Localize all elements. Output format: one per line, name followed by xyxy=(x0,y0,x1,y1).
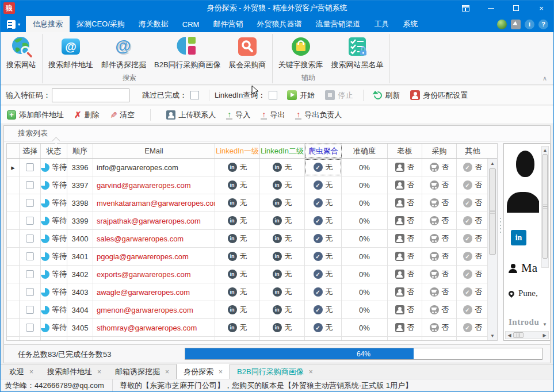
add-email-button[interactable]: +添加邮件地址 xyxy=(7,110,64,120)
bottom-tab-欢迎[interactable]: 欢迎× xyxy=(2,364,40,379)
menu-item-CRM[interactable]: CRM xyxy=(175,16,207,32)
menu-item-流量营销渠道[interactable]: 流量营销渠道 xyxy=(308,16,367,32)
scroll-down-icon[interactable]: ▼ xyxy=(488,331,497,340)
column-header-other[interactable]: 其他 xyxy=(457,144,488,158)
bottom-tab-搜索邮件地址[interactable]: 搜索邮件地址× xyxy=(40,364,108,379)
info-icon[interactable]: i xyxy=(525,20,534,29)
scroll-left-icon[interactable]: ◀ xyxy=(506,333,513,338)
column-header-accuracy[interactable]: 准确度 xyxy=(342,144,388,158)
column-header-status[interactable]: 状态 xyxy=(41,144,67,158)
scrollbar-thumb[interactable] xyxy=(542,154,548,259)
ribbon-button-b2b-profile[interactable]: B2B同行采购商画像 xyxy=(150,34,225,71)
linkedin-icon[interactable]: in xyxy=(511,230,526,245)
column-header-purchase[interactable]: 采购 xyxy=(422,144,457,158)
menu-item-系统[interactable]: 系统 xyxy=(396,16,425,32)
table-row[interactable]: 等待3401pgogia@garwareropes.comin无in无✓无0%否… xyxy=(7,248,497,266)
refresh-button[interactable]: 刷新 xyxy=(374,90,400,101)
row-checkbox[interactable] xyxy=(26,235,34,243)
feedback-icon[interactable] xyxy=(511,20,521,29)
column-header-linkedin2[interactable]: LinkedIn二级 xyxy=(260,144,305,158)
upload-contacts-button[interactable]: 上传联系人 xyxy=(166,110,216,120)
menu-item-邮件营销[interactable]: 邮件营销 xyxy=(206,16,250,32)
table-row[interactable]: 等待3400sales@garwareropes.comin无in无✓无0%否否… xyxy=(7,230,497,248)
help-icon[interactable]: ? xyxy=(538,20,548,29)
bottom-tab-邮箱诱探挖掘[interactable]: 邮箱诱探挖掘× xyxy=(108,364,176,379)
row-checkbox[interactable] xyxy=(26,181,34,189)
export-owner-button[interactable]: ↑导出负责人 xyxy=(295,110,342,120)
table-row[interactable]: 等待3402exports@garwareropes.comin无in无✓无0%… xyxy=(7,266,497,283)
table-row[interactable]: 等待3398mvenkataraman@garwareropes.comin无i… xyxy=(7,194,497,212)
caret-down-icon[interactable]: ▼ xyxy=(542,322,547,327)
detail-horizontal-scrollbar[interactable]: ◀ ▶ xyxy=(505,331,549,339)
stop-button[interactable]: 停止 xyxy=(325,90,353,101)
row-checkbox[interactable] xyxy=(26,163,34,171)
row-checkbox[interactable] xyxy=(26,199,34,207)
feature-code-input[interactable] xyxy=(52,89,129,102)
delete-button[interactable]: ✗删除 xyxy=(74,110,100,120)
ribbon-button-keyword-library[interactable]: 关键字搜索库 xyxy=(274,34,327,71)
table-row[interactable]: 等待3404gmenon@garwareropes.comin无in无✓无0%否… xyxy=(7,301,497,319)
close-button[interactable]: × xyxy=(529,0,554,16)
export-button[interactable]: ↑导出 xyxy=(261,110,285,120)
ribbon-button-email-mining[interactable]: @@ 邮件诱探挖掘 xyxy=(97,34,150,71)
close-tab-icon[interactable]: × xyxy=(97,368,101,376)
menu-item-外贸狼兵器谱[interactable]: 外贸狼兵器谱 xyxy=(250,16,308,32)
column-header-select[interactable]: 选择 xyxy=(20,144,41,158)
scroll-up-icon[interactable]: ▲ xyxy=(488,159,497,168)
row-checkbox[interactable] xyxy=(26,324,34,332)
column-header-crawler[interactable]: 爬虫聚合 xyxy=(305,144,342,158)
row-checkbox[interactable] xyxy=(26,270,34,278)
ribbon-button-search-email[interactable]: @ 搜索邮件地址 xyxy=(44,34,97,71)
table-row[interactable]: ▸等待3396info@garwareropes.comin无in无✓无0%否否… xyxy=(7,159,497,176)
ribbon-collapse-button[interactable]: ∧ xyxy=(542,75,547,82)
skip-completed-checkbox[interactable] xyxy=(190,91,199,99)
table-row[interactable]: 等待3403awagle@garwareropes.comin无in无✓无0%否… xyxy=(7,283,497,301)
table-row[interactable]: 等待in无in无✓无0%否否✓否 xyxy=(7,337,497,340)
column-header-email[interactable]: EMail xyxy=(93,144,215,158)
bottom-tab-身份探索[interactable]: 身份探索× xyxy=(176,364,230,379)
table-row[interactable]: 等待3405sthomray@garwareropes.comin无in无✓无0… xyxy=(7,319,497,337)
ribbon-button-site-blacklist[interactable]: 搜索网站黑名单 xyxy=(327,34,388,71)
bottom-tab-B2B同行采购商画像[interactable]: B2B同行采购商画像× xyxy=(230,364,320,379)
row-checkbox[interactable] xyxy=(26,217,34,225)
clear-button[interactable]: ✎清空 xyxy=(110,110,135,120)
import-button[interactable]: ↑导入 xyxy=(226,110,250,120)
ribbon-button-search-website[interactable]: 搜索网站 xyxy=(2,34,40,71)
panel-splitter-handle[interactable] xyxy=(499,218,502,239)
table-row[interactable]: 等待3397garvind@garwareropes.comin无in无✓无0%… xyxy=(7,176,497,194)
close-tab-icon[interactable]: × xyxy=(29,368,33,376)
start-button[interactable]: 开始 xyxy=(287,90,315,101)
pin-top-button[interactable] xyxy=(453,0,478,16)
theme-icon[interactable] xyxy=(497,20,507,29)
linkedin2-value: 无 xyxy=(285,198,292,208)
search-list-tab[interactable]: 搜索列表 xyxy=(18,128,48,139)
scroll-up-icon[interactable]: ▲ xyxy=(542,147,548,153)
maximize-button[interactable] xyxy=(503,0,529,16)
row-checkbox[interactable] xyxy=(26,288,34,296)
menu-item-海关数据[interactable]: 海关数据 xyxy=(132,16,175,32)
scroll-right-icon[interactable]: ▶ xyxy=(541,333,548,338)
linkedin-query-checkbox[interactable] xyxy=(269,91,277,99)
menu-toggle-button[interactable]: ▾ xyxy=(0,16,26,32)
scrollbar-thumb[interactable] xyxy=(489,168,496,255)
close-tab-icon[interactable]: × xyxy=(219,368,223,376)
linkedin-badge-icon: in xyxy=(273,216,282,225)
table-row[interactable]: 等待3399srajpathak@garwareropes.comin无in无✓… xyxy=(7,212,497,230)
column-header-boss[interactable]: 老板 xyxy=(388,144,422,158)
row-checkbox[interactable] xyxy=(26,252,34,260)
menu-item-探测CEO/采购[interactable]: 探测CEO/采购 xyxy=(70,16,132,32)
menu-item-工具[interactable]: 工具 xyxy=(367,16,396,32)
identity-match-settings-button[interactable]: 身份匹配设置 xyxy=(410,90,468,101)
row-checkbox[interactable] xyxy=(26,306,34,314)
ribbon-button-fair-buyers[interactable]: 展会采购商 xyxy=(225,34,270,71)
scrollbar-thumb[interactable] xyxy=(513,332,524,338)
detail-vertical-scrollbar[interactable]: ▲ xyxy=(541,146,549,268)
linkedin1-cell: in无 xyxy=(215,212,260,229)
close-tab-icon[interactable]: × xyxy=(309,368,313,376)
minimize-button[interactable] xyxy=(478,0,503,16)
column-header-order[interactable]: 顺序 xyxy=(67,144,93,158)
column-header-linkedin1[interactable]: LinkedIn一级 xyxy=(215,144,260,158)
table-vertical-scrollbar[interactable]: ▲ ▼ xyxy=(487,159,497,340)
menu-item-信息搜索[interactable]: 信息搜索 xyxy=(26,16,70,32)
close-tab-icon[interactable]: × xyxy=(165,368,169,376)
